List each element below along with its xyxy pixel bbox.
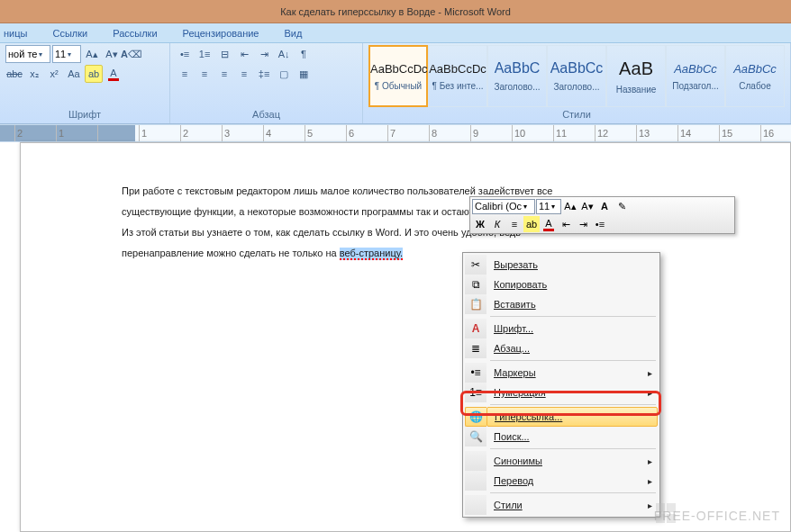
align-center-button[interactable]: ≡ [195, 65, 214, 83]
change-case-button[interactable]: Aa [65, 65, 83, 83]
inc-indent-button[interactable]: ⇥ [255, 45, 273, 63]
mini-font-size[interactable]: 11 [536, 199, 561, 214]
horizontal-ruler[interactable]: 3211234567891011121314151617 [0, 124, 791, 142]
highlight-button[interactable]: ab [85, 65, 103, 83]
mini-format-painter[interactable]: ✎ [614, 198, 630, 214]
cm-hyperlink[interactable]: 🌐Гиперссылка... [465, 407, 658, 427]
align-right-button[interactable]: ≡ [215, 65, 233, 83]
borders-button[interactable]: ▦ [295, 65, 313, 83]
tab-view[interactable]: Вид [285, 28, 303, 39]
cm-find[interactable]: 🔍Поиск... [465, 427, 658, 446]
styles-group-label: Стили [368, 107, 785, 123]
clear-format-button[interactable]: A⌫ [123, 45, 141, 63]
cm-paragraph[interactable]: ≣Абзац... [465, 338, 658, 358]
cm-cut[interactable]: ✂Вырезать [465, 255, 658, 275]
cm-font[interactable]: AШрифт... [465, 319, 658, 338]
style-item[interactable]: AaBbCcЗаголово... [547, 45, 606, 107]
style-item[interactable]: AaBbCЗаголово... [487, 45, 547, 107]
doc-line-4: перенаправление можно сделать не только … [122, 243, 765, 264]
style-item[interactable]: AaBbCcDc¶ Обычный [368, 45, 428, 107]
shading-button[interactable]: ▢ [275, 65, 293, 83]
mini-toolbar: Calibri (Ос 11 A▴ A▾ A ✎ Ж К ≡ ab A ⇤ ⇥ … [469, 196, 735, 234]
window-title: Как сделать гиперссылку в Ворде - Micros… [280, 6, 511, 17]
bullets-button[interactable]: •≡ [176, 45, 194, 63]
multilevel-button[interactable]: ⊟ [215, 45, 233, 63]
mini-grow-font[interactable]: A▴ [562, 198, 578, 214]
style-item[interactable]: AaBbCcСлабое [725, 45, 785, 107]
align-justify-button[interactable]: ≡ [235, 65, 253, 83]
tab-pages[interactable]: ницы [4, 28, 27, 39]
font-size-select[interactable]: 11 [52, 45, 81, 63]
tab-mailings[interactable]: Рассылки [113, 28, 157, 39]
superscript-button[interactable]: x² [45, 65, 63, 83]
cm-paste[interactable]: 📋Вставить [465, 294, 658, 314]
mini-align[interactable]: ≡ [506, 216, 523, 232]
mini-bold[interactable]: Ж [472, 216, 488, 232]
mini-italic[interactable]: К [489, 216, 505, 232]
mini-shrink-font[interactable]: A▾ [579, 198, 596, 214]
tab-review[interactable]: Рецензирование [183, 28, 259, 39]
style-item[interactable]: АаВНазвание [606, 45, 666, 107]
line-spacing-button[interactable]: ‡≡ [255, 65, 273, 83]
cm-copy[interactable]: ⧉Копировать [465, 275, 658, 294]
ribbon: ной те 11 A▴ A▾ A⌫ abc x₂ x² Aa ab A Шри… [0, 43, 791, 124]
watermark: FREE-OFFICE.NET [654, 509, 780, 523]
subscript-button[interactable]: x₂ [25, 65, 43, 83]
font-group-label: Шрифт [5, 107, 164, 123]
font-color-button[interactable]: A [105, 65, 123, 83]
dec-indent-button[interactable]: ⇤ [235, 45, 253, 63]
selected-text[interactable]: веб-страницу. [340, 248, 403, 260]
style-item[interactable]: AaBbCcDc¶ Без инте... [428, 45, 487, 107]
paragraph-group-label: Абзац [176, 107, 357, 123]
sort-button[interactable]: A↓ [275, 45, 293, 63]
grow-font-button[interactable]: A▴ [83, 45, 101, 63]
show-marks-button[interactable]: ¶ [295, 45, 313, 63]
tab-references[interactable]: Ссылки [52, 28, 87, 39]
cm-numbering[interactable]: 1≡Нумерация [465, 383, 658, 402]
cm-translate[interactable]: Перевод [465, 471, 658, 491]
cm-bullets[interactable]: •≡Маркеры [465, 363, 658, 383]
strike-button[interactable]: abc [5, 65, 23, 83]
style-item[interactable]: AaBbCcПодзагол... [666, 45, 725, 107]
mini-styles[interactable]: A [596, 198, 613, 214]
mini-font-color[interactable]: A [541, 216, 557, 232]
align-left-button[interactable]: ≡ [176, 65, 194, 83]
font-family-select[interactable]: ной те [5, 45, 50, 63]
cm-styles[interactable]: Стили [465, 495, 658, 515]
mini-dec-indent[interactable]: ⇤ [558, 216, 574, 232]
mini-font-family[interactable]: Calibri (Ос [472, 199, 535, 214]
context-menu: ✂Вырезать ⧉Копировать 📋Вставить AШрифт..… [462, 252, 660, 518]
ribbon-tabs: ницы Ссылки Рассылки Рецензирование Вид [0, 23, 791, 43]
mini-bullets[interactable]: •≡ [592, 216, 608, 232]
shrink-font-button[interactable]: A▾ [103, 45, 121, 63]
styles-gallery[interactable]: AaBbCcDc¶ ОбычныйAaBbCcDc¶ Без инте...Aa… [368, 45, 785, 107]
mini-inc-indent[interactable]: ⇥ [575, 216, 591, 232]
mini-highlight[interactable]: ab [523, 216, 540, 232]
title-bar: Как сделать гиперссылку в Ворде - Micros… [0, 0, 791, 23]
numbering-button[interactable]: 1≡ [195, 45, 214, 63]
cm-synonyms[interactable]: Синонимы [465, 451, 658, 471]
